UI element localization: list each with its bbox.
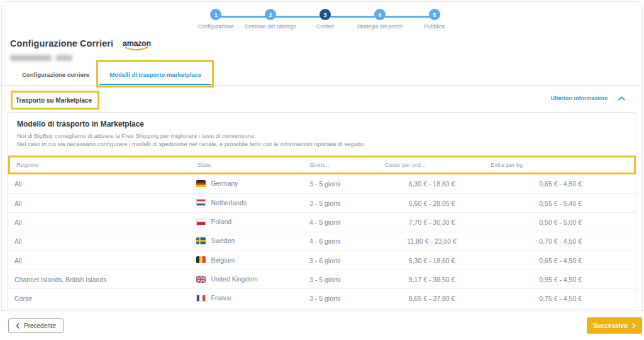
flag-icon-poland xyxy=(196,218,206,225)
tab-modelli-di-trasporto-marketplace[interactable]: Modelli di trasporto marketplace xyxy=(99,65,211,85)
cell-region: All xyxy=(8,218,190,226)
cell-extra-per-kg: 0,50 € - 5,00 € xyxy=(485,218,636,226)
tab-configurazione-corriere[interactable]: Configurazione corriere xyxy=(12,65,99,85)
wizard-stepper: 1Configurazione2Gestione del catalogo3Co… xyxy=(189,6,462,33)
cell-cost-per-order: 11,80 € - 23,50 € xyxy=(379,237,486,245)
cell-delivery-days: 3 - 5 giorni xyxy=(303,295,379,302)
flag-icon-belgium xyxy=(196,256,206,263)
column-header: Giorn... xyxy=(303,161,378,168)
page-title: Configurazione Corrieri xyxy=(10,38,113,48)
main-panel: 1Configurazione2Gestione del catalogo3Co… xyxy=(1,1,643,310)
cell-cost-per-order: 6,30 € - 18,60 € xyxy=(379,257,486,264)
cell-delivery-days: 3 - 5 giorni xyxy=(303,180,379,188)
country-name: Belgium xyxy=(211,256,235,264)
step-pubblica[interactable]: 5Pubblica xyxy=(407,6,462,30)
step-label: Pubblica xyxy=(424,23,445,30)
cell-country: Belgium xyxy=(190,256,303,265)
next-button[interactable]: Successivo xyxy=(587,317,642,334)
step-label: Configurazione xyxy=(198,23,234,30)
more-info-label: Ulteriori informazioni xyxy=(550,95,608,101)
column-header: Costo per ord... xyxy=(378,161,484,168)
cell-cost-per-order: 9,17 € - 38,50 € xyxy=(379,276,486,283)
cell-delivery-days: 3 - 5 giorni xyxy=(303,200,379,207)
next-button-label: Successivo xyxy=(593,322,628,329)
previous-button[interactable]: Precedente xyxy=(8,318,64,333)
table-body: AllGermany3 - 5 giorni6,30 € - 18,60 €0,… xyxy=(8,174,636,308)
flag-icon-united-kingdom xyxy=(196,276,206,283)
cell-region: Channel Islands, British Islands xyxy=(8,276,190,283)
country-name: Netherlands xyxy=(211,199,247,207)
section-title: Trasporto su Marketplace xyxy=(16,97,92,104)
amazon-logo: amazon xyxy=(122,38,155,54)
table-row: CorseFrance3 - 5 giorni8,65 € - 37,80 €0… xyxy=(8,288,636,307)
shipping-table: RegioneStatoGiorn...Costo per ord...Extr… xyxy=(8,156,636,308)
country-name: France xyxy=(211,294,231,302)
flag-icon-netherlands xyxy=(196,199,206,206)
cell-cost-per-order: 6,60 € - 28,05 € xyxy=(379,200,486,207)
cell-region: All xyxy=(8,257,190,264)
country-name: Germany xyxy=(211,179,238,187)
step-gestione-del-catalogo[interactable]: 2Gestione del catalogo xyxy=(243,6,298,30)
country-name: United Kingdom xyxy=(211,275,258,283)
cell-country: United Kingdom xyxy=(190,275,303,284)
flag-icon-france xyxy=(196,295,206,302)
previous-button-label: Precedente xyxy=(24,322,56,329)
cell-delivery-days: 3 - 5 giorni xyxy=(303,276,379,283)
cell-cost-per-order: 6,30 € - 18,60 € xyxy=(379,180,486,188)
title-divider xyxy=(116,39,116,50)
cell-region: Corse xyxy=(8,295,190,302)
cell-country: Germany xyxy=(190,179,303,188)
card-title: Modello di trasporto in Marketplace xyxy=(17,120,636,128)
tab-label: Configurazione corriere xyxy=(22,71,89,78)
cell-extra-per-kg: 0,75 € - 4,50 € xyxy=(485,295,636,302)
step-strategia-dei-prezzi[interactable]: 4Strategia dei prezzi xyxy=(352,6,407,30)
tab-label: Modelli di trasporto marketplace xyxy=(109,71,201,78)
blurred-text-chip xyxy=(10,55,52,61)
step-circle: 5 xyxy=(429,9,440,20)
step-label: Gestione del catalogo xyxy=(245,23,296,30)
cell-region: All xyxy=(8,237,190,245)
chevron-right-icon xyxy=(632,323,636,329)
cell-country: Poland xyxy=(190,218,303,227)
step-corrieri[interactable]: 3Corrieri xyxy=(298,6,353,30)
cell-extra-per-kg: 0,95 € - 4,50 € xyxy=(485,276,636,283)
flag-icon-sweden xyxy=(196,237,206,244)
section-title-label: Trasporto su Marketplace xyxy=(16,97,92,104)
chevron-left-icon xyxy=(16,323,19,329)
country-name: Poland xyxy=(211,218,231,225)
more-info-toggle[interactable]: Ulteriori informazioni xyxy=(550,95,625,101)
step-label: Corrieri xyxy=(316,23,334,30)
marketplace-shipping-card: Modello di trasporto in Marketplace Noi … xyxy=(8,112,636,309)
cell-extra-per-kg: 0,65 € - 4,50 € xyxy=(485,257,636,264)
column-header: Stato xyxy=(191,161,304,168)
cell-country: Netherlands xyxy=(190,199,303,208)
table-row: AllSweden4 - 6 giorni11,80 € - 23,50 €0,… xyxy=(8,232,636,251)
cell-cost-per-order: 7,70 € - 30,30 € xyxy=(379,218,486,226)
section-header-row: Trasporto su Marketplace Ulteriori infor… xyxy=(2,91,642,111)
cell-cost-per-order: 8,65 € - 37,80 € xyxy=(379,295,486,302)
stepper-steps: 1Configurazione2Gestione del catalogo3Co… xyxy=(189,6,462,30)
cell-extra-per-kg: 0,65 € - 4,50 € xyxy=(485,180,636,188)
card-description-line1: Noi di BigBuy consigliamo di attivare la… xyxy=(17,132,636,140)
chevron-up-icon xyxy=(618,96,625,101)
table-row: AllPoland4 - 5 giorni7,70 € - 30,30 €0,5… xyxy=(8,212,636,231)
tab-bar: Configurazione corriereModelli di traspo… xyxy=(2,65,642,86)
cell-delivery-days: 4 - 5 giorni xyxy=(303,218,379,226)
country-name: Sweden xyxy=(211,237,235,244)
step-circle: 1 xyxy=(210,9,221,20)
column-header: Extra per kg xyxy=(484,161,634,168)
footer-bar: Precedente Successivo xyxy=(0,310,644,340)
step-configurazione[interactable]: 1Configurazione xyxy=(189,6,243,30)
cell-region: All xyxy=(8,180,190,188)
table-row: AllGermany3 - 5 giorni6,30 € - 18,60 €0,… xyxy=(8,174,636,193)
table-row: AllNetherlands3 - 5 giorni6,60 € - 28,05… xyxy=(8,193,636,212)
cell-extra-per-kg: 0,55 € - 5,40 € xyxy=(485,200,636,207)
step-circle: 4 xyxy=(374,9,386,20)
cell-country: Sweden xyxy=(190,237,303,246)
cell-extra-per-kg: 0,70 € - 4,50 € xyxy=(485,237,636,245)
card-description-line2: Nel caso in cui sia necessario configura… xyxy=(17,140,636,148)
step-circle: 2 xyxy=(265,9,276,20)
table-row: AllBelgium3 - 6 giorni6,30 € - 18,60 €0,… xyxy=(8,251,636,269)
table-row: Channel Islands, British IslandsUnited K… xyxy=(8,269,636,288)
cell-delivery-days: 3 - 6 giorni xyxy=(303,257,379,264)
